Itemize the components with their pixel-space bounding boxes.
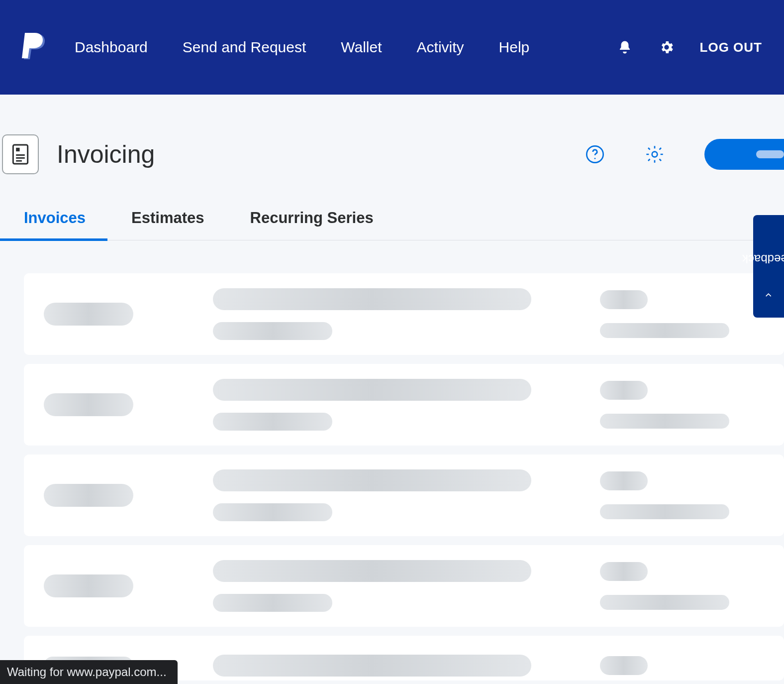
loading-placeholder (600, 414, 729, 429)
browser-status-bar: Waiting for www.paypal.com... (0, 660, 178, 684)
feedback-tab[interactable]: Feedback (753, 215, 784, 318)
settings-gear-icon[interactable] (645, 144, 665, 164)
svg-point-6 (594, 158, 596, 159)
nav-right: LOG OUT (616, 39, 762, 56)
loading-placeholder (213, 288, 531, 310)
loading-placeholder (213, 379, 531, 401)
invoice-list-loading (0, 240, 784, 681)
svg-point-7 (652, 152, 658, 157)
list-item (24, 455, 784, 536)
loading-placeholder (600, 471, 648, 490)
create-invoice-button[interactable] (704, 139, 784, 170)
paypal-logo-icon[interactable] (22, 33, 47, 62)
nav-links: Dashboard Send and Request Wallet Activi… (75, 39, 588, 56)
loading-placeholder (600, 595, 729, 610)
loading-placeholder (600, 290, 648, 309)
top-nav: Dashboard Send and Request Wallet Activi… (0, 0, 784, 95)
loading-placeholder (213, 655, 531, 677)
help-question-icon[interactable] (585, 144, 605, 164)
tab-invoices[interactable]: Invoices (24, 209, 86, 240)
loading-placeholder (600, 656, 648, 675)
loading-placeholder (213, 413, 332, 431)
loading-placeholder (44, 393, 133, 416)
loading-placeholder (213, 594, 332, 612)
nav-wallet[interactable]: Wallet (341, 39, 382, 56)
loading-placeholder (44, 484, 133, 507)
page-title: Invoicing (57, 140, 585, 169)
loading-placeholder (44, 303, 133, 326)
loading-placeholder (600, 323, 729, 338)
loading-placeholder (600, 504, 729, 519)
loading-placeholder (213, 560, 531, 582)
invoicing-document-icon (2, 134, 39, 174)
nav-dashboard[interactable]: Dashboard (75, 39, 148, 56)
header-actions (585, 139, 784, 170)
loading-placeholder (213, 503, 332, 521)
tab-estimates[interactable]: Estimates (131, 209, 204, 240)
loading-placeholder (213, 322, 332, 340)
loading-placeholder (600, 381, 648, 400)
logout-button[interactable]: LOG OUT (700, 40, 762, 55)
loading-placeholder (213, 469, 531, 491)
nav-help[interactable]: Help (499, 39, 530, 56)
list-item (24, 273, 784, 355)
nav-send-request[interactable]: Send and Request (183, 39, 306, 56)
notifications-bell-icon[interactable] (616, 39, 633, 56)
settings-gear-icon[interactable] (658, 39, 675, 56)
nav-activity[interactable]: Activity (417, 39, 464, 56)
feedback-label: Feedback (742, 252, 784, 266)
list-item (24, 364, 784, 446)
loading-placeholder (600, 562, 648, 581)
list-item (24, 545, 784, 627)
loading-placeholder (44, 574, 133, 597)
svg-rect-1 (16, 148, 19, 151)
page-header: Invoicing (0, 95, 784, 174)
tabs: Invoices Estimates Recurring Series (0, 174, 784, 240)
loading-placeholder (756, 150, 784, 158)
tab-recurring-series[interactable]: Recurring Series (250, 209, 374, 240)
